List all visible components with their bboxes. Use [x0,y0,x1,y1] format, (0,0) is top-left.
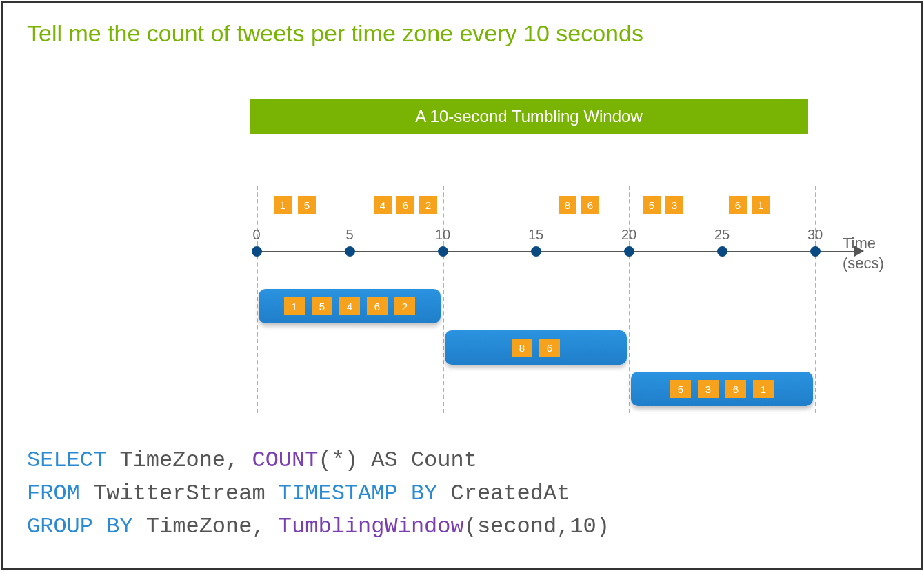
stream-event: 4 [374,196,392,214]
stream-event: 3 [665,196,683,214]
tick-label: 5 [345,227,353,243]
tick-label: 10 [435,227,450,243]
kw-timestamp: TIMESTAMP [279,481,398,506]
tick-label: 0 [252,227,260,243]
axis-caption-secs: (secs) [843,254,884,272]
stream-event: 1 [752,196,770,214]
window-event: 6 [725,380,746,398]
txt-aftercount: (*) AS Count [318,448,476,473]
tumbling-window: 15462 [259,289,441,323]
tick-dot [345,246,355,257]
txt-tz: TimeZone, [106,448,252,473]
tumbling-window: 5361 [631,372,813,406]
stream-event: 6 [581,196,599,214]
axis-caption-time: Time [843,234,876,252]
tick-dot [252,246,262,257]
sql-block: SELECT TimeZone, COUNT(*) AS Count FROM … [27,444,610,543]
stream-event: 5 [298,196,316,214]
stream-event: 8 [559,196,576,214]
stream-event: 6 [396,196,414,214]
tick-label: 15 [528,227,543,243]
stream-event: 6 [729,196,747,214]
txt-args: (second,10) [464,514,610,539]
stream-event: 2 [419,196,437,214]
timeline-diagram: 051015202530 Time (secs) 15462865361 154… [250,186,870,420]
axis-caption: Time (secs) [843,234,884,273]
window-event: 1 [284,297,305,315]
tick-dot [531,246,541,257]
window-event: 6 [367,297,388,315]
window-event: 5 [312,297,332,315]
kw-by2: BY [93,514,133,539]
window-boundary-line [257,186,258,413]
fn-tumbling: TumblingWindow [279,514,464,539]
window-event: 4 [339,297,360,315]
window-boundary-line [815,186,816,413]
tumbling-window: 86 [445,330,627,365]
window-event: 3 [698,380,719,398]
txt-stream: TwitterStream [80,481,279,506]
diagram-frame: Tell me the count of tweets per time zon… [1,1,923,570]
tick-dot [810,246,821,257]
fn-count: COUNT [252,448,318,473]
kw-select: SELECT [27,448,106,473]
window-boundary-line [443,186,444,413]
kw-from: FROM [27,481,80,506]
window-boundary-line [629,186,630,413]
window-event: 1 [753,380,774,398]
tick-label: 20 [621,227,636,243]
window-event: 6 [539,339,560,357]
window-event: 8 [512,339,532,357]
page-title: Tell me the count of tweets per time zon… [27,20,643,47]
stream-event: 5 [643,196,661,214]
tick-dot [624,246,634,257]
window-banner: A 10-second Tumbling Window [250,99,808,134]
tick-dot [717,246,727,257]
tick-dot [438,246,448,257]
stream-event: 1 [274,196,292,214]
window-event: 2 [394,297,415,315]
tick-label: 25 [714,227,730,243]
txt-created: CreatedAt [437,481,570,506]
kw-group: GROUP [27,514,93,539]
tick-label: 30 [807,227,823,243]
kw-by1: BY [398,481,438,506]
window-event: 5 [670,380,691,398]
txt-tz2: TimeZone, [133,514,279,539]
